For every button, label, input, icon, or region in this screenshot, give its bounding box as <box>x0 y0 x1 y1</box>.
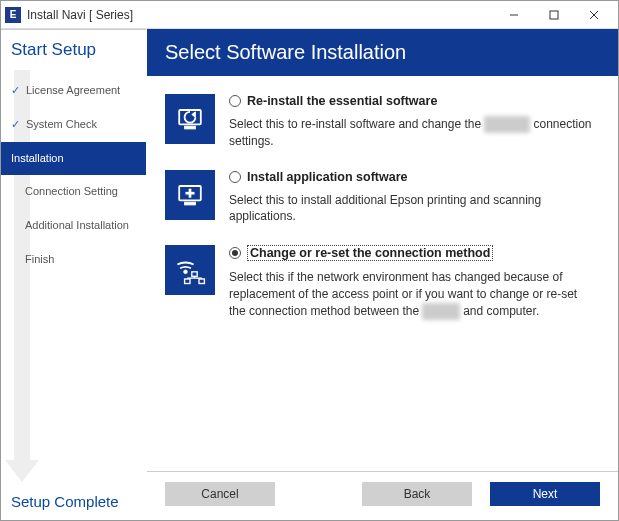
option-reinstall: Re-install the essential software Select… <box>165 94 600 150</box>
svg-rect-7 <box>185 202 196 205</box>
check-icon: ✓ <box>11 84 20 98</box>
main-panel: Select Software Installation Re-install … <box>146 29 618 520</box>
step-label: Finish <box>25 253 54 267</box>
step-installation: Installation <box>1 142 146 176</box>
maximize-button[interactable] <box>534 3 574 27</box>
radio-icon <box>229 95 241 107</box>
svg-rect-13 <box>199 279 204 284</box>
redacted-text: Printer <box>422 303 459 320</box>
options-content: Re-install the essential software Select… <box>147 76 618 471</box>
svg-rect-12 <box>185 279 190 284</box>
svg-rect-1 <box>550 11 558 19</box>
option-change-connection: Change or re-set the connection method S… <box>165 245 600 319</box>
window-title: Install Navi [ Series] <box>27 8 133 22</box>
redacted-text: Printer's <box>484 116 530 133</box>
page-title: Select Software Installation <box>147 29 618 76</box>
option-reinstall-radio-row[interactable]: Re-install the essential software <box>229 94 600 108</box>
reinstall-icon <box>165 94 215 144</box>
radio-icon <box>229 171 241 183</box>
option-install-apps: Install application software Select this… <box>165 170 600 226</box>
option-description: Select this if the network environment h… <box>229 269 600 319</box>
option-description: Select this to install additional Epson … <box>229 192 600 226</box>
sidebar: Start Setup ✓ License Agreement ✓ System… <box>1 29 146 520</box>
step-license: ✓ License Agreement <box>1 74 146 108</box>
footer: Cancel Back Next <box>147 471 618 520</box>
sidebar-steps: ✓ License Agreement ✓ System Check Insta… <box>1 74 146 277</box>
sidebar-complete-label: Setup Complete <box>1 485 146 520</box>
app-icon: E <box>5 7 21 23</box>
svg-rect-11 <box>192 272 197 277</box>
svg-point-10 <box>184 270 188 274</box>
install-apps-icon <box>165 170 215 220</box>
back-button[interactable]: Back <box>362 482 472 506</box>
connection-icon <box>165 245 215 295</box>
next-button[interactable]: Next <box>490 482 600 506</box>
step-system-check: ✓ System Check <box>1 108 146 142</box>
step-label: System Check <box>26 118 97 132</box>
option-title: Re-install the essential software <box>247 94 437 108</box>
radio-icon <box>229 247 241 259</box>
step-label: Additional Installation <box>25 219 129 233</box>
titlebar: E Install Navi [ Series] <box>1 1 618 29</box>
option-install-apps-radio-row[interactable]: Install application software <box>229 170 600 184</box>
step-label: License Agreement <box>26 84 120 98</box>
option-title: Change or re-set the connection method <box>247 245 493 261</box>
step-label: Installation <box>11 152 64 166</box>
close-button[interactable] <box>574 3 614 27</box>
option-title: Install application software <box>247 170 407 184</box>
cancel-button[interactable]: Cancel <box>165 482 275 506</box>
option-change-connection-radio-row[interactable]: Change or re-set the connection method <box>229 245 600 261</box>
installer-window: E Install Navi [ Series] Start Setup ✓ L… <box>0 0 619 521</box>
sidebar-start-label: Start Setup <box>1 30 146 68</box>
option-description: Select this to re-install software and c… <box>229 116 600 150</box>
check-icon: ✓ <box>11 118 20 132</box>
step-label: Connection Setting <box>25 185 118 199</box>
svg-rect-5 <box>185 126 196 129</box>
minimize-button[interactable] <box>494 3 534 27</box>
step-finish: Finish <box>1 243 146 277</box>
step-additional-installation: Additional Installation <box>1 209 146 243</box>
step-connection-setting: Connection Setting <box>1 175 146 209</box>
